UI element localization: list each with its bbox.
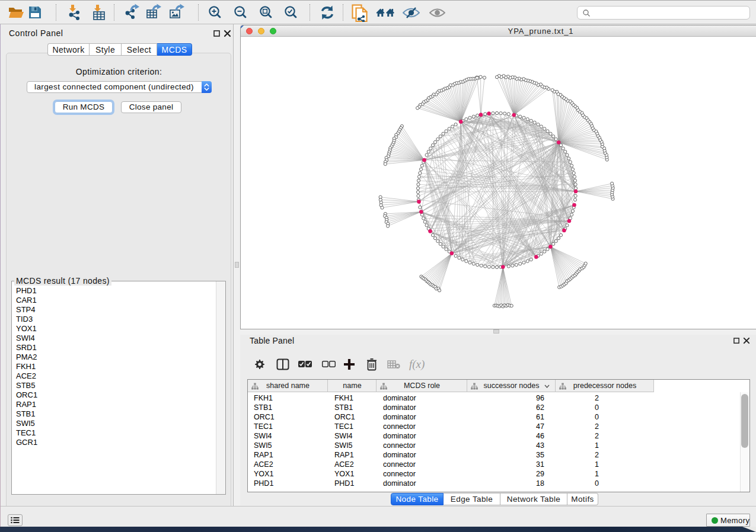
svg-text:f(x): f(x)	[409, 358, 425, 371]
